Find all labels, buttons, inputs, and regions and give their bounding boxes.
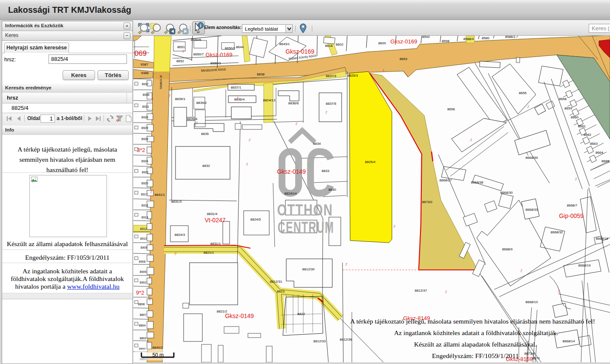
svg-text:8920: 8920 — [141, 182, 148, 185]
svg-text:8839/2: 8839/2 — [196, 101, 207, 105]
svg-text:8580: 8580 — [482, 36, 489, 40]
svg-text:8668/9: 8668/9 — [502, 247, 513, 251]
svg-text:Vt-0247: Vt-0247 — [204, 217, 225, 224]
svg-text:8840/2: 8840/2 — [152, 346, 163, 350]
svg-text:8838: 8838 — [257, 72, 265, 76]
svg-text:Gip-0059: Gip-0059 — [559, 212, 584, 219]
svg-text:8937: 8937 — [142, 83, 149, 86]
svg-text:8831/1: 8831/1 — [210, 242, 221, 246]
svg-text:8823: 8823 — [277, 289, 285, 293]
svg-text:8665: 8665 — [601, 159, 609, 163]
svg-text:8839/1: 8839/1 — [175, 97, 186, 101]
svg-text:8924: 8924 — [141, 160, 148, 163]
svg-text:8644: 8644 — [236, 45, 244, 49]
svg-text:3*2: 3*2 — [137, 147, 145, 153]
svg-text:8812/33: 8812/33 — [314, 339, 326, 343]
svg-text:8837/3: 8837/3 — [326, 74, 337, 78]
svg-text:8655: 8655 — [519, 91, 527, 95]
svg-text:Gksz-0169: Gksz-0169 — [391, 38, 417, 45]
svg-text:8660: 8660 — [571, 115, 578, 119]
svg-text:8913: 8913 — [141, 216, 148, 219]
svg-text:8893: 8893 — [140, 337, 147, 340]
svg-text:8650/6: 8650/6 — [191, 38, 201, 42]
svg-text:8664: 8664 — [596, 151, 603, 155]
svg-text:8668/39: 8668/39 — [526, 156, 538, 160]
svg-text:8824/13: 8824/13 — [263, 98, 276, 102]
svg-text:8825/4: 8825/4 — [365, 160, 376, 164]
svg-text:8668/33: 8668/33 — [526, 208, 538, 212]
svg-text:8661: 8661 — [578, 124, 586, 128]
svg-text:A térkép tájékoztató jellegű,: A térkép tájékoztató jellegű, másolata s… — [350, 318, 595, 325]
svg-text:8837/5: 8837/5 — [326, 102, 337, 106]
svg-text:8822: 8822 — [297, 312, 305, 316]
svg-text:8652: 8652 — [176, 59, 184, 63]
svg-text:8833: 8833 — [322, 169, 329, 173]
svg-text:8841/1: 8841/1 — [155, 193, 165, 197]
svg-text:8898: 8898 — [138, 303, 145, 306]
svg-text:8668/7: 8668/7 — [567, 203, 578, 207]
svg-text:8834: 8834 — [313, 142, 321, 146]
svg-text:8921: 8921 — [142, 171, 149, 174]
svg-text:8824/14: 8824/14 — [285, 192, 297, 195]
svg-text:8906: 8906 — [139, 260, 146, 263]
svg-text:8668/18: 8668/18 — [596, 237, 608, 241]
svg-text:8831/4: 8831/4 — [207, 212, 218, 216]
svg-text:8662: 8662 — [584, 133, 591, 137]
svg-text:8600: 8600 — [378, 41, 386, 45]
svg-text:8832: 8832 — [202, 164, 210, 168]
svg-text:8653: 8653 — [400, 57, 407, 61]
svg-text:8668/32: 8668/32 — [551, 230, 563, 234]
svg-text:8931: 8931 — [142, 105, 149, 108]
svg-text:8658: 8658 — [559, 97, 567, 101]
svg-text:8668/19: 8668/19 — [578, 264, 591, 267]
svg-text:8668/10: 8668/10 — [526, 300, 538, 304]
svg-text:8936: 8936 — [143, 93, 150, 96]
svg-text:Gksz-0169: Gksz-0169 — [206, 52, 233, 58]
svg-text:8668/30: 8668/30 — [501, 191, 513, 195]
svg-text:8894: 8894 — [139, 324, 146, 327]
svg-text:8928: 8928 — [141, 138, 148, 140]
svg-text:069: 069 — [135, 49, 147, 57]
svg-text:8616: 8616 — [325, 44, 333, 48]
svg-text:8598: 8598 — [442, 39, 449, 43]
svg-text:9387: 9387 — [141, 63, 148, 66]
svg-text:Engedélyszám: FF/1059/1/2011: Engedélyszám: FF/1059/1/2011 — [432, 353, 519, 359]
svg-text:8588/4: 8588/4 — [463, 37, 474, 41]
svg-text:i: i — [200, 23, 201, 28]
svg-text:8812/37: 8812/37 — [415, 289, 427, 292]
svg-text:8650/3: 8650/3 — [210, 61, 221, 65]
svg-text:8917: 8917 — [141, 193, 148, 196]
svg-text:8916: 8916 — [141, 204, 148, 207]
svg-text:8825/3: 8825/3 — [348, 74, 358, 77]
svg-text:8668/14: 8668/14 — [563, 339, 575, 343]
svg-text:8602: 8602 — [336, 43, 343, 46]
svg-text:8902: 8902 — [140, 281, 147, 284]
svg-text:8830: 8830 — [328, 188, 336, 192]
svg-text:50 m: 50 m — [152, 352, 164, 358]
svg-text:8812/36: 8812/36 — [340, 338, 352, 341]
svg-text:8835: 8835 — [201, 132, 209, 136]
svg-text:8659: 8659 — [564, 106, 572, 110]
svg-text:Gksz-0149: Gksz-0149 — [225, 312, 254, 319]
svg-text:8905: 8905 — [140, 270, 147, 273]
svg-text:8929: 8929 — [141, 126, 148, 129]
svg-text:Az ingatlanok közhiteles adata: Az ingatlanok közhiteles adatait a földh… — [394, 330, 558, 336]
svg-text:8831/3: 8831/3 — [171, 200, 182, 203]
svg-text:8812/31: 8812/31 — [270, 280, 282, 284]
svg-text:9*2: 9*2 — [136, 289, 144, 296]
svg-text:CENTRUM: CENTRUM — [278, 219, 334, 236]
svg-text:8668/38: 8668/38 — [471, 181, 483, 184]
svg-text:8910: 8910 — [140, 237, 147, 240]
svg-text:8839/4: 8839/4 — [187, 117, 198, 121]
svg-text:Gksz-0169: Gksz-0169 — [285, 48, 314, 55]
svg-text:8912: 8912 — [140, 227, 147, 230]
svg-text:8670: 8670 — [532, 356, 540, 360]
svg-text:8586/1: 8586/1 — [505, 36, 516, 39]
svg-text:8643/1: 8643/1 — [279, 42, 290, 46]
svg-text:8837/1: 8837/1 — [231, 86, 242, 89]
svg-text:8824/3: 8824/3 — [175, 233, 185, 237]
svg-text:8821/1: 8821/1 — [204, 251, 214, 255]
svg-text:8663: 8663 — [590, 142, 598, 146]
svg-text:8651: 8651 — [177, 45, 185, 49]
svg-text:8650/2: 8650/2 — [225, 46, 236, 50]
